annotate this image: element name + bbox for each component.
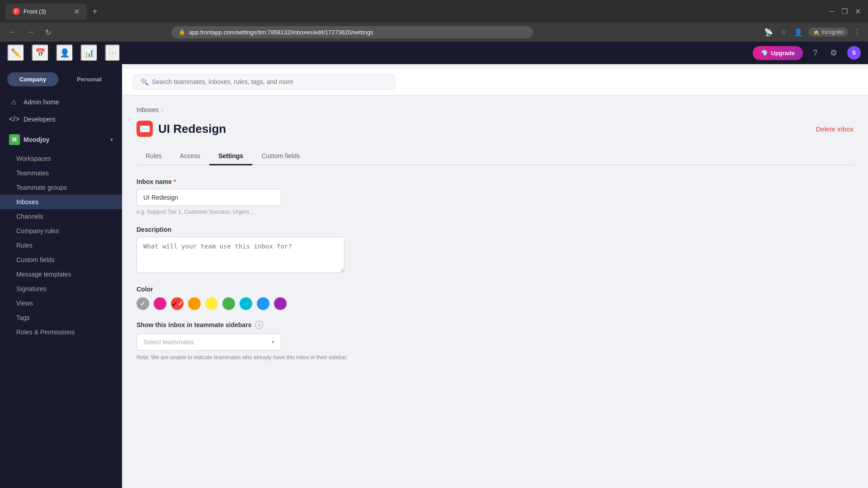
search-input[interactable] [152,78,387,85]
tabs: Rules Access Settings Custom fields [137,148,854,165]
settings-button[interactable]: ⚙ [827,45,840,61]
url-text: app.frontapp.com/settings/tim:7858132/in… [189,29,373,36]
sidebar-item-inboxes[interactable]: Inboxes [0,195,122,209]
sidebar-item-developers[interactable]: </> Developers [0,111,122,128]
color-swatches: ✓ [137,297,489,310]
color-group: Color ✓ [137,286,489,310]
inbox-name-input[interactable] [137,189,281,206]
cast-icon[interactable]: 📡 [762,26,775,38]
sidebar-item-workspaces[interactable]: Workspaces [0,151,122,166]
sidebar-toggle-label: Show this inbox in teammate sidebars i [137,321,489,329]
color-swatch-purple[interactable] [274,297,287,310]
color-swatch-pink[interactable] [154,297,166,310]
lock-icon: 🔒 [179,29,185,35]
address-bar[interactable]: 🔒 app.frontapp.com/settings/tim:7858132/… [171,26,533,38]
company-toggle[interactable]: Company [7,72,58,86]
more-icon[interactable]: ⋯ [105,44,120,61]
code-icon: </> [9,115,18,123]
tab-custom-fields[interactable]: Custom fields [252,148,309,165]
avatar[interactable]: S [847,46,861,60]
sidebar-group: Show this inbox in teammate sidebars i S… [137,321,489,361]
menu-icon[interactable]: ⋮ [852,26,863,38]
new-tab-button[interactable]: + [89,5,101,19]
help-button[interactable]: ? [810,46,820,61]
sidebar-section-toggle: Company Personal [0,69,122,90]
inbox-name-label: Inbox name * [137,178,489,185]
bookmark-icon[interactable]: ☆ [778,26,788,38]
sidebar-item-admin-home[interactable]: ⌂ Admin home [0,94,122,111]
color-swatch-red[interactable]: ✓ [171,297,184,310]
search-input-wrap[interactable]: 🔍 [133,74,395,89]
sidebar-item-teammates[interactable]: Teammates [0,166,122,180]
browser-tabs: F Front (3) ✕ + [5,4,824,19]
required-indicator: * [174,178,176,185]
description-textarea[interactable] [137,237,344,273]
sidebar-item-channels[interactable]: Channels [0,209,122,224]
calendar-icon[interactable]: 📅 [32,44,49,61]
team-header[interactable]: M Moodjoy ▾ [9,131,113,148]
color-swatch-teal[interactable] [240,297,252,310]
main-content: 🔍 Inboxes › ✉️ UI Redesign Delete inbox [122,42,868,488]
inbox-icon: ✉️ [137,121,153,137]
back-button[interactable]: ← [5,26,20,38]
personal-toggle[interactable]: Personal [64,72,115,86]
incognito-label: Incognito [821,29,844,35]
search-icon: 🔍 [141,78,148,85]
sidebar-item-views[interactable]: Views [0,296,122,310]
compose-icon[interactable]: ✏️ [7,44,24,61]
search-area: 🔍 [122,69,868,95]
color-swatch-blue[interactable] [257,297,269,310]
upgrade-icon: 💎 [761,50,768,56]
tab-label: Front (3) [24,8,46,15]
incognito-badge: 🕵 Incognito [808,28,848,37]
app-topbar: ✏️ 📅 👤 📊 ⋯ 💎 Upgrade ? ⚙ S [0,42,868,64]
page-content: Inboxes › ✉️ UI Redesign Delete inbox Ru… [122,95,868,488]
color-swatch-orange[interactable] [188,297,201,310]
select-teammates-dropdown[interactable]: Select teammates ▾ [137,333,281,351]
delete-inbox-button[interactable]: Delete inbox [816,122,854,136]
team-section: M Moodjoy ▾ [0,128,122,151]
refresh-button[interactable]: ↻ [42,26,55,38]
sidebar-item-signatures[interactable]: Signatures [0,282,122,296]
sidebar-item-teammate-groups[interactable]: Teammate groups [0,180,122,195]
sidebar-item-rules[interactable]: Rules [0,238,122,253]
sidebar-item-custom-fields[interactable]: Custom fields [0,253,122,267]
analytics-icon[interactable]: 📊 [80,44,98,61]
tab-close-button[interactable]: ✕ [74,7,80,16]
color-swatch-yellow[interactable] [205,297,218,310]
team-name: Moodjoy [24,136,107,143]
description-label: Description [137,226,489,233]
upgrade-button[interactable]: 💎 Upgrade [753,46,803,60]
sidebar-item-company-rules[interactable]: Company rules [0,224,122,238]
color-swatch-gray[interactable] [137,297,149,310]
sidebar-item-tags[interactable]: Tags [0,310,122,325]
home-icon: ⌂ [9,98,18,106]
dropdown-arrow-icon: ▾ [272,339,274,345]
forward-button[interactable]: → [24,26,38,38]
breadcrumb-parent[interactable]: Inboxes [137,106,159,113]
breadcrumb: Inboxes › [137,106,854,113]
info-icon[interactable]: i [255,321,263,329]
tab-rules[interactable]: Rules [137,148,171,165]
color-swatch-green[interactable] [222,297,235,310]
tab-settings[interactable]: Settings [209,148,252,165]
profile-icon[interactable]: 👤 [792,26,805,38]
active-tab[interactable]: F Front (3) ✕ [5,4,87,19]
upgrade-label: Upgrade [771,50,795,56]
browser-chrome: F Front (3) ✕ + ─ ❐ ✕ [0,0,868,23]
sidebar-note: Note: We are unable to indicate teammate… [137,354,381,361]
tab-access[interactable]: Access [171,148,209,165]
sidebar: Company Personal ⌂ Admin home </> Develo… [0,42,122,488]
contacts-icon[interactable]: 👤 [56,44,73,61]
maximize-button[interactable]: ❐ [840,5,849,18]
sidebar-item-roles-permissions[interactable]: Roles & Permissions [0,325,122,339]
sidebar-item-message-templates[interactable]: Message templates [0,267,122,282]
minimize-button[interactable]: ─ [827,5,836,17]
close-button[interactable]: ✕ [853,5,863,18]
admin-home-label: Admin home [24,99,59,106]
description-group: Description [137,226,489,275]
select-teammates-placeholder: Select teammates [143,338,194,346]
tab-favicon: F [13,8,20,15]
developers-label: Developers [24,116,56,123]
window-controls: ─ ❐ ✕ [827,5,863,18]
